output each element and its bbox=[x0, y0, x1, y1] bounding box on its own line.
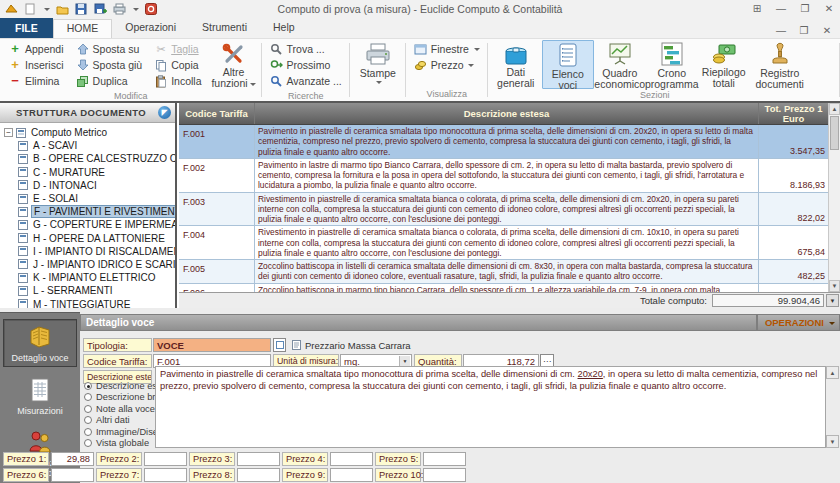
sposta-su-button[interactable]: Sposta su bbox=[72, 41, 147, 57]
column-descrizione-estesa[interactable]: Descrizione estesa bbox=[255, 103, 759, 124]
crono-programma-button[interactable]: Crono programma bbox=[646, 40, 698, 89]
mdi-close-icon[interactable]: ✕ bbox=[820, 24, 834, 38]
tree-root[interactable]: − Computo Metrico bbox=[4, 126, 175, 139]
tree-item-l[interactable]: L - SERRAMENTI bbox=[4, 284, 175, 297]
save-all-icon[interactable] bbox=[93, 3, 107, 16]
prezzo-label: Prezzo 5: bbox=[375, 452, 421, 466]
ribbon-options-icon[interactable]: ⊞ bbox=[750, 2, 764, 16]
tree-item-e[interactable]: E - SOLAI bbox=[4, 192, 175, 205]
nav-misurazioni[interactable]: Misurazioni bbox=[3, 373, 77, 419]
total-value: 99.904,46 bbox=[712, 294, 824, 307]
prezzo-field[interactable]: 29,88 bbox=[51, 452, 94, 466]
quick-print-caret-icon[interactable] bbox=[133, 8, 139, 14]
scroll-down-icon[interactable]: ▼ bbox=[826, 435, 839, 448]
new-document-icon[interactable] bbox=[23, 3, 37, 16]
registro-documenti-button[interactable]: Registro documenti bbox=[750, 40, 810, 89]
table-row[interactable]: F.002 Pavimento in lastre di marmo tipo … bbox=[179, 159, 828, 193]
pin-icon[interactable]: ◤ bbox=[158, 106, 171, 119]
prezzo-field[interactable] bbox=[330, 468, 373, 482]
prossimo-button[interactable]: Prossimo bbox=[266, 57, 346, 73]
tree-item-j[interactable]: J - IMPIANTO IDRICO E SCARICO bbox=[4, 258, 175, 271]
table-row[interactable]: F.005 Zoccolino battiscopa in listelli d… bbox=[179, 260, 828, 284]
taglia-button[interactable]: ✂Taglia bbox=[150, 41, 205, 57]
table-row[interactable]: F.004 Rivestimento in piastrelle di cera… bbox=[179, 226, 828, 260]
elimina-button[interactable]: −Elimina bbox=[4, 73, 68, 89]
scroll-thumb[interactable] bbox=[830, 116, 839, 150]
exit-icon[interactable] bbox=[144, 3, 158, 16]
main-area: STRUTTURA DOCUMENTO ◤ − Computo Metrico … bbox=[0, 101, 840, 308]
copia-button[interactable]: Copia bbox=[150, 57, 205, 73]
inserisci-button[interactable]: +Inserisci bbox=[4, 57, 68, 73]
node-icon bbox=[18, 194, 28, 204]
prezzo-field[interactable] bbox=[237, 468, 280, 482]
descrizione-scrollbar[interactable]: ▲ ▼ bbox=[826, 366, 839, 448]
tree-item-c[interactable]: C - MURATURE bbox=[4, 166, 175, 179]
tab-file[interactable]: FILE bbox=[0, 18, 53, 38]
tab-operazioni[interactable]: Operazioni bbox=[112, 19, 189, 38]
tab-home[interactable]: HOME bbox=[53, 19, 113, 38]
total-dropdown-icon[interactable]: ▼ bbox=[826, 294, 839, 307]
restore-icon[interactable]: ❐ bbox=[798, 2, 812, 16]
total-label: Totale computo: bbox=[640, 295, 707, 306]
tree-item-k[interactable]: K - IMPIANTO ELETTRICO bbox=[4, 271, 175, 284]
tree-item-h[interactable]: H - OPERE DA LATTONIERE bbox=[4, 232, 175, 245]
elenco-voci-button[interactable]: Elenco voci bbox=[542, 40, 594, 89]
paste-icon bbox=[154, 74, 168, 88]
scroll-up-icon[interactable]: ▲ bbox=[829, 103, 840, 115]
trova-button[interactable]: Trova ... bbox=[266, 41, 346, 57]
tab-help[interactable]: Help bbox=[260, 19, 308, 38]
tree-item-f[interactable]: F - PAVIMENTI E RIVESTIMENTI bbox=[4, 205, 175, 218]
prezzo-field[interactable] bbox=[423, 468, 466, 482]
open-folder-icon[interactable] bbox=[55, 3, 69, 16]
new-document-caret-icon[interactable] bbox=[44, 8, 50, 14]
appendi-button[interactable]: +Appendi bbox=[4, 41, 68, 57]
riepilogo-totali-button[interactable]: Riepilogo totali bbox=[698, 40, 750, 89]
operations-header[interactable]: OPERAZIONI bbox=[757, 314, 840, 331]
close-icon[interactable]: ✕ bbox=[822, 2, 836, 16]
column-tot-prezzo[interactable]: Tot. Prezzo 1Euro bbox=[759, 103, 828, 124]
tab-strumenti[interactable]: Strumenti bbox=[189, 19, 260, 38]
grid-scrollbar[interactable]: ▲ ▼ bbox=[828, 103, 840, 292]
prezzo-field[interactable] bbox=[237, 452, 280, 466]
radio-icon bbox=[84, 416, 92, 424]
collapse-icon[interactable]: − bbox=[4, 128, 13, 137]
prezzo-field[interactable] bbox=[144, 468, 187, 482]
finestre-button[interactable]: Finestre bbox=[410, 41, 484, 57]
prezzo-field[interactable] bbox=[330, 452, 373, 466]
tree-item-d[interactable]: D - INTONACI bbox=[4, 179, 175, 192]
tipologia-field[interactable]: VOCE bbox=[153, 338, 271, 352]
prezzo-label: Prezzo 9: bbox=[282, 468, 328, 482]
find-icon bbox=[270, 42, 284, 56]
sposta-giu-button[interactable]: Sposta giù bbox=[72, 57, 147, 73]
quadro-economico-button[interactable]: Quadro economico bbox=[594, 40, 646, 89]
descrizione-textarea[interactable]: Pavimento in piastrelle di ceramica smal… bbox=[155, 366, 826, 448]
tipologia-browse-button[interactable] bbox=[273, 338, 286, 352]
prezzo-field[interactable] bbox=[144, 452, 187, 466]
table-row[interactable]: F.003 Rivestimento in piastrelle di cera… bbox=[179, 193, 828, 227]
unita-dropdown-icon[interactable]: ▼ bbox=[399, 356, 410, 366]
stampe-button[interactable]: Stampe bbox=[352, 40, 404, 89]
quick-print-icon[interactable] bbox=[112, 3, 126, 16]
incolla-button[interactable]: Incolla bbox=[150, 73, 205, 89]
minimize-icon[interactable]: — bbox=[774, 2, 788, 16]
tree-item-a[interactable]: A - SCAVI bbox=[4, 139, 175, 152]
prezzo-field[interactable] bbox=[51, 468, 94, 482]
column-codice-tariffa[interactable]: Codice Tariffa bbox=[179, 103, 255, 124]
scroll-down-icon[interactable]: ▼ bbox=[829, 280, 840, 292]
scroll-up-icon[interactable]: ▲ bbox=[826, 366, 839, 379]
altre-funzioni-button[interactable]: Altre funzioni bbox=[208, 40, 260, 89]
mdi-minimize-icon[interactable]: — bbox=[774, 24, 788, 38]
table-row[interactable]: F.001 Pavimento in piastrelle di ceramic… bbox=[179, 125, 828, 159]
dati-generali-button[interactable]: Dati generali bbox=[490, 40, 542, 89]
tree-item-g[interactable]: G - COPERTURE E IMPERMEABILIZZA bbox=[4, 218, 175, 231]
avanzate-button[interactable]: Avanzate ... bbox=[266, 73, 346, 89]
tree-item-b[interactable]: B - OPERE CALCESTRUZZO CEMENTIZ bbox=[4, 152, 175, 165]
ribbon-tabs: FILE HOME Operazioni Strumenti Help — ❐ … bbox=[0, 18, 840, 38]
prezzo-field[interactable] bbox=[423, 452, 466, 466]
nav-dettaglio-voce[interactable]: Dettaglio voce bbox=[3, 319, 77, 367]
save-icon[interactable] bbox=[74, 3, 88, 16]
prezzo-button[interactable]: Prezzo bbox=[410, 57, 484, 73]
tree-item-i[interactable]: I - IMPIANTO DI RISCALDAMENTO bbox=[4, 245, 175, 258]
duplica-button[interactable]: Duplica bbox=[72, 73, 147, 89]
mdi-restore-icon[interactable]: ❐ bbox=[797, 24, 811, 38]
